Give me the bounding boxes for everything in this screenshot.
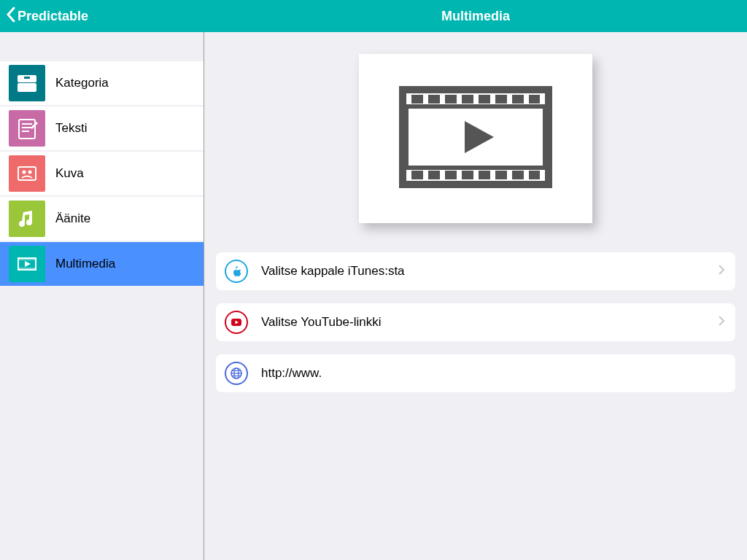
svg-point-9 xyxy=(23,171,26,174)
svg-rect-19 xyxy=(462,95,473,104)
sidebar-item-label: Teksti xyxy=(55,121,87,136)
svg-rect-26 xyxy=(445,171,457,179)
svg-rect-1 xyxy=(18,83,36,92)
content-pane: Valitse kappale iTunes:sta Valitse YouTu… xyxy=(204,32,747,560)
svg-rect-28 xyxy=(479,171,490,179)
svg-rect-21 xyxy=(495,95,507,104)
sidebar-item-label: Multimedia xyxy=(55,257,115,271)
back-button[interactable]: Predictable xyxy=(0,7,88,26)
chevron-right-icon xyxy=(718,315,725,330)
sidebar-item-label: Äänite xyxy=(55,211,90,226)
svg-rect-8 xyxy=(18,167,36,180)
option-itunes[interactable]: Valitse kappale iTunes:sta xyxy=(216,252,735,290)
sidebar-item-aanite[interactable]: Äänite xyxy=(0,197,204,242)
svg-rect-30 xyxy=(512,171,524,179)
sidebar-item-multimedia[interactable]: Multimedia xyxy=(0,242,204,287)
svg-rect-29 xyxy=(495,171,507,179)
multimedia-icon xyxy=(9,246,45,282)
text-icon xyxy=(9,110,45,147)
option-label: Valitse YouTube-linkki xyxy=(261,315,381,330)
page-title: Multimedia xyxy=(441,9,510,24)
header: Predictable Multimedia xyxy=(0,0,747,32)
svg-rect-23 xyxy=(529,95,540,104)
svg-rect-22 xyxy=(512,95,524,104)
sidebar-item-teksti[interactable]: Teksti xyxy=(0,106,204,152)
svg-rect-18 xyxy=(445,95,457,104)
svg-rect-31 xyxy=(529,171,540,179)
audio-icon xyxy=(9,201,45,237)
chevron-right-icon xyxy=(718,264,725,279)
svg-rect-17 xyxy=(428,95,440,104)
sidebar-item-kategoria[interactable]: Kategoria xyxy=(0,61,204,106)
option-youtube[interactable]: Valitse YouTube-linkki xyxy=(216,303,735,341)
hero-image xyxy=(359,54,592,223)
svg-marker-14 xyxy=(25,261,31,267)
itunes-icon xyxy=(225,260,248,283)
url-input[interactable] xyxy=(261,366,735,381)
category-icon xyxy=(9,65,45,101)
sidebar-item-kuva[interactable]: Kuva xyxy=(0,152,204,197)
sidebar-item-label: Kategoria xyxy=(55,76,109,90)
svg-rect-3 xyxy=(19,120,35,139)
svg-rect-27 xyxy=(462,171,473,179)
svg-rect-24 xyxy=(411,171,423,179)
svg-point-10 xyxy=(28,171,32,174)
svg-rect-25 xyxy=(428,171,440,179)
svg-rect-2 xyxy=(24,77,30,79)
sidebar-item-label: Kuva xyxy=(55,166,84,181)
film-play-icon xyxy=(395,79,556,198)
option-label: Valitse kappale iTunes:sta xyxy=(261,264,405,279)
svg-rect-16 xyxy=(411,95,423,104)
svg-marker-33 xyxy=(465,121,494,153)
back-label: Predictable xyxy=(18,9,88,24)
svg-rect-13 xyxy=(18,268,36,270)
globe-icon xyxy=(225,362,248,385)
chevron-left-icon xyxy=(6,7,18,26)
svg-rect-20 xyxy=(479,95,490,104)
image-icon xyxy=(9,155,45,192)
option-url[interactable] xyxy=(216,354,735,392)
sidebar: Kategoria Teksti Kuva Äänite Multimedia xyxy=(0,32,204,560)
svg-rect-12 xyxy=(18,258,36,260)
youtube-icon xyxy=(225,311,248,334)
